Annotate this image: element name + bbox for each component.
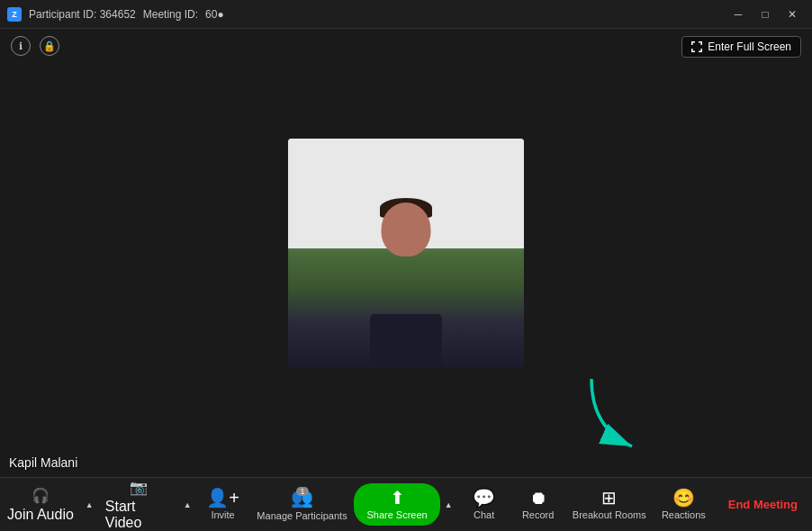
start-video-arrow[interactable]: ▲ <box>179 483 196 526</box>
end-meeting-button[interactable]: End Meeting <box>714 492 812 517</box>
breakout-arrow-icon <box>573 374 645 455</box>
meeting-id-value: 60● <box>205 8 224 21</box>
participant-name: Kapil Malani <box>9 455 77 470</box>
join-audio-icon: 🎧 <box>32 487 50 504</box>
chat-label: Chat <box>474 509 494 520</box>
start-video-button[interactable]: 📷 Start Video <box>98 473 179 532</box>
close-button[interactable]: ✕ <box>780 4 805 25</box>
toolbar-center: 📷 Start Video ▲ 👤+ Invite 👥 1 Manage Par… <box>98 473 714 532</box>
share-screen-label: Share Screen <box>366 509 427 520</box>
fullscreen-label: Enter Full Screen <box>708 40 791 53</box>
title-bar: Z Participant ID: 364652 Meeting ID: 60●… <box>0 0 812 29</box>
record-button[interactable]: ⏺ Record <box>511 483 565 526</box>
manage-participants-button[interactable]: 👥 1 Manage Participants <box>250 483 355 526</box>
join-audio-arrow[interactable]: ▲ <box>81 483 98 526</box>
info-icon[interactable]: ℹ <box>11 36 31 56</box>
chevron-up-icon: ▲ <box>86 500 94 509</box>
share-screen-arrow[interactable]: ▲ <box>440 483 457 526</box>
person-body <box>370 314 442 368</box>
video-participant <box>288 139 524 368</box>
join-audio-label: Join Audio <box>7 507 74 523</box>
chevron-up-icon-3: ▲ <box>445 500 453 509</box>
record-label: Record <box>522 509 554 520</box>
join-audio-button[interactable]: 🎧 Join Audio <box>0 482 81 528</box>
toolbar-right: End Meeting <box>714 492 812 517</box>
minimize-button[interactable]: ─ <box>726 4 751 25</box>
breakout-rooms-label: Breakout Rooms <box>573 509 646 520</box>
manage-participants-label: Manage Participants <box>257 510 347 521</box>
breakout-rooms-button[interactable]: ⊞ Breakout Rooms <box>565 483 654 526</box>
invite-button[interactable]: 👤+ Invite <box>196 483 250 526</box>
reactions-label: Reactions <box>662 509 706 520</box>
video-area <box>0 29 812 477</box>
chat-icon: 💬 <box>473 489 495 507</box>
chevron-up-icon-2: ▲ <box>184 500 192 509</box>
maximize-button[interactable]: □ <box>753 4 778 25</box>
fullscreen-icon <box>691 41 702 52</box>
breakout-rooms-icon: ⊞ <box>601 489 617 507</box>
arrow-indicator <box>573 374 645 459</box>
share-screen-group: ⬆ Share Screen ▲ <box>354 483 456 526</box>
zoom-logo: Z <box>7 7 22 22</box>
person-head <box>382 202 431 256</box>
meeting-id-label: Meeting ID: <box>143 8 198 21</box>
participant-count-badge: 1 <box>296 487 309 496</box>
toolbar: 🎧 Join Audio ▲ 📷 Start Video ▲ 👤+ Invite <box>0 477 812 531</box>
toolbar-left: 🎧 Join Audio ▲ <box>0 482 98 528</box>
start-video-icon: 📷 <box>130 479 148 496</box>
share-screen-icon: ⬆ <box>390 489 405 507</box>
title-bar-left: Z Participant ID: 364652 Meeting ID: 60● <box>7 7 224 22</box>
video-feed <box>288 139 524 368</box>
start-video-label: Start Video <box>105 499 172 531</box>
record-icon: ⏺ <box>529 489 547 507</box>
share-screen-button[interactable]: ⬆ Share Screen <box>354 483 439 526</box>
reactions-icon: 😊 <box>672 489 695 507</box>
top-icons: ℹ 🔒 <box>11 36 59 56</box>
participants-icon-wrapper: 👥 1 <box>291 489 313 508</box>
invite-label: Invite <box>211 509 234 520</box>
join-audio-group: 🎧 Join Audio ▲ <box>0 482 98 528</box>
start-video-group: 📷 Start Video ▲ <box>98 473 196 532</box>
chat-button[interactable]: 💬 Chat <box>457 483 511 526</box>
title-bar-controls: ─ □ ✕ <box>726 4 805 25</box>
reactions-button[interactable]: 😊 Reactions <box>654 483 714 526</box>
title-text: Participant ID: 364652 <box>29 8 136 21</box>
fullscreen-button[interactable]: Enter Full Screen <box>681 36 801 58</box>
invite-icon: 👤+ <box>206 489 239 507</box>
secure-icon[interactable]: 🔒 <box>40 36 59 56</box>
